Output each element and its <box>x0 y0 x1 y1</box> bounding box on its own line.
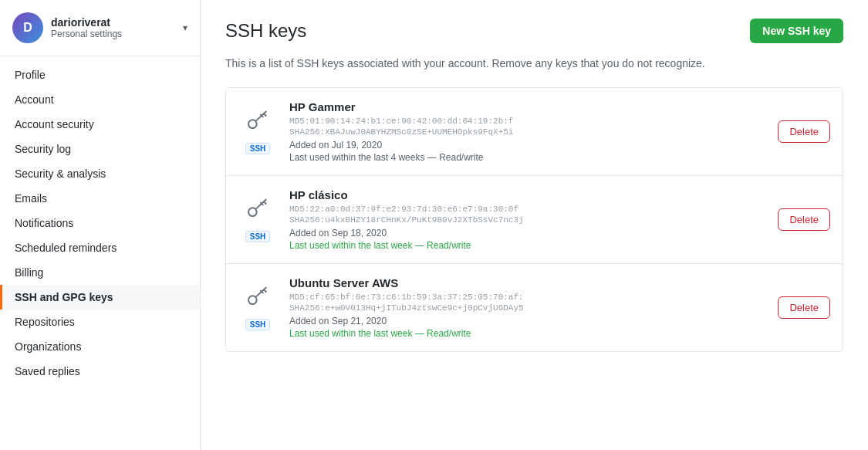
ssh-key-name: Ubuntu Server AWS <box>289 276 765 289</box>
sidebar-item-account-security[interactable]: Account security <box>0 112 200 137</box>
table-row: SSH HP clásico MD5:22:a0:0d:37:9f:e2:93:… <box>226 176 843 264</box>
ssh-fingerprint-md5: MD5:01:90:14:24:b1:ce:90:42:00:dd:64:19:… <box>289 117 765 126</box>
ssh-icon-wrapper: SSH <box>238 110 277 154</box>
ssh-fingerprint-sha: SHA256:e+w0V013Hq+jITubJ4ztswCe9c+j0pCvj… <box>289 303 765 313</box>
ssh-key-details: Ubuntu Server AWS MD5:cf:65:bf:0e:73:c6:… <box>289 276 765 339</box>
key-icon <box>245 198 270 228</box>
ssh-fingerprint-md5: MD5:22:a0:0d:37:9f:e2:93:7d:30:e6:e7:9a:… <box>289 205 765 214</box>
ssh-icon-wrapper: SSH <box>238 286 277 330</box>
sidebar-item-notifications[interactable]: Notifications <box>0 211 200 235</box>
sidebar-item-profile[interactable]: Profile <box>0 63 200 87</box>
sidebar: D darioriverat Personal settings ▾ Profi… <box>0 0 201 450</box>
table-row: SSH Ubuntu Server AWS MD5:cf:65:bf:0e:73… <box>226 264 843 351</box>
ssh-added-date: Added on Sep 21, 2020 <box>289 316 765 327</box>
avatar: D <box>12 12 43 43</box>
ssh-last-used: Last used within the last week — Read/wr… <box>289 328 765 339</box>
ssh-badge: SSH <box>245 143 271 154</box>
new-ssh-key-button[interactable]: New SSH key <box>750 19 843 43</box>
key-icon <box>245 286 270 316</box>
svg-point-1 <box>248 208 257 216</box>
ssh-fingerprint-md5: MD5:cf:65:bf:0e:73:c6:1b:59:3a:37:25:05:… <box>289 293 765 302</box>
delete-key-button[interactable]: Delete <box>778 120 830 143</box>
ssh-fingerprint-sha: SHA256:XBAJuwJ0ABYHZMSc0zSE+UUMEHOpks9Fq… <box>289 127 765 137</box>
key-icon <box>245 110 270 140</box>
ssh-key-name: HP Gammer <box>289 100 765 113</box>
ssh-badge: SSH <box>245 319 271 330</box>
ssh-last-used: Last used within the last week — Read/wr… <box>289 240 765 251</box>
sidebar-item-repositories[interactable]: Repositories <box>0 310 200 334</box>
sidebar-item-ssh-gpg-keys[interactable]: SSH and GPG keys <box>0 285 200 310</box>
delete-key-button[interactable]: Delete <box>778 296 830 319</box>
main-content: SSH keys New SSH key This is a list of S… <box>201 0 868 450</box>
sidebar-item-emails[interactable]: Emails <box>0 186 200 211</box>
ssh-access-separator: — <box>415 240 427 251</box>
sidebar-item-billing[interactable]: Billing <box>0 260 200 285</box>
ssh-access-separator: — <box>415 328 427 339</box>
avatar-initials: D <box>12 12 43 43</box>
ssh-badge: SSH <box>245 231 271 242</box>
svg-point-0 <box>248 120 257 128</box>
sidebar-item-security-log[interactable]: Security log <box>0 137 200 161</box>
sidebar-item-scheduled-reminders[interactable]: Scheduled reminders <box>0 235 200 260</box>
table-row: SSH HP Gammer MD5:01:90:14:24:b1:ce:90:4… <box>226 88 843 176</box>
ssh-last-used: Last used within the last 4 weeks — Read… <box>289 152 765 163</box>
ssh-added-date: Added on Sep 18, 2020 <box>289 228 765 239</box>
delete-key-button[interactable]: Delete <box>778 208 830 231</box>
username: darioriverat <box>51 16 175 29</box>
page-title: SSH keys <box>225 20 306 42</box>
sidebar-item-organizations[interactable]: Organizations <box>0 334 200 359</box>
user-profile-button[interactable]: D darioriverat Personal settings ▾ <box>0 0 200 56</box>
chevron-down-icon: ▾ <box>183 22 187 33</box>
sidebar-item-account[interactable]: Account <box>0 87 200 112</box>
svg-point-2 <box>248 296 257 304</box>
ssh-access-separator: — <box>427 152 439 163</box>
page-description: This is a list of SSH keys associated wi… <box>225 56 843 72</box>
sidebar-item-saved-replies[interactable]: Saved replies <box>0 359 200 384</box>
user-subtitle: Personal settings <box>51 29 175 39</box>
sidebar-item-security-analysis[interactable]: Security & analysis <box>0 161 200 186</box>
ssh-fingerprint-sha: SHA256:u4kxBHZY18rCHnKx/PuKt9B0vJ2XTbSsV… <box>289 215 765 225</box>
sidebar-nav: Profile Account Account security Securit… <box>0 56 200 390</box>
ssh-key-list: SSH HP Gammer MD5:01:90:14:24:b1:ce:90:4… <box>225 87 843 352</box>
user-info: darioriverat Personal settings <box>51 16 175 39</box>
ssh-icon-wrapper: SSH <box>238 198 277 242</box>
ssh-added-date: Added on Jul 19, 2020 <box>289 140 765 151</box>
ssh-key-details: HP Gammer MD5:01:90:14:24:b1:ce:90:42:00… <box>289 100 765 163</box>
main-header: SSH keys New SSH key <box>225 19 843 43</box>
ssh-key-name: HP clásico <box>289 188 765 201</box>
ssh-key-details: HP clásico MD5:22:a0:0d:37:9f:e2:93:7d:3… <box>289 188 765 251</box>
